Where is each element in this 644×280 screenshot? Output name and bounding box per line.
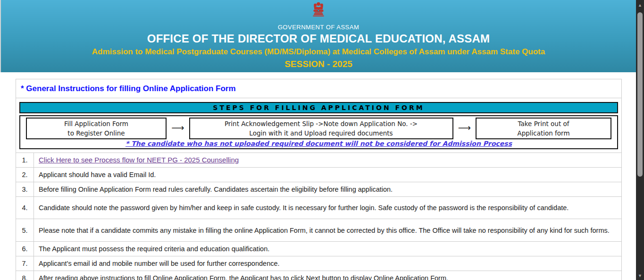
step2-line1: Print Acknowledgement Slip ->Note down A… [192,119,451,128]
scroll-up-arrow-icon[interactable]: ▲ [636,1,644,9]
government-of-assam-label: GOVERNMENT OF ASSAM [1,24,636,31]
scrollbar-thumb[interactable] [637,12,643,177]
instruction-text: After reading above instructions to fill… [34,271,621,280]
instruction-row: 3. Before filling Online Application For… [16,182,621,197]
step2-line2: Login with it and Upload required docume… [192,128,451,138]
site-header-banner: GOVERNMENT OF ASSAM OFFICE OF THE DIRECT… [0,0,636,72]
instruction-row: 5. Please note that if a candidate commi… [16,219,621,242]
step-box-printout: Take Print out of Application form [476,118,611,139]
instructions-table: * General Instructions for filling Onlin… [16,79,622,280]
upload-warning-note: * The candidate who has not uploaded req… [20,140,617,147]
step1-line1: Fill Application Form [29,119,164,128]
step-box-register: Fill Application Form to Register Online [26,118,167,139]
instruction-row: 8. After reading above instructions to f… [16,271,621,280]
scroll-down-arrow-icon[interactable]: ▼ [636,272,644,280]
office-title: OFFICE OF THE DIRECTOR OF MEDICAL EDUCAT… [1,32,636,45]
instruction-row: 1. Click Here to see Process flow for NE… [16,153,621,168]
row-number: 7. [16,256,34,271]
instruction-row: 2. Applicant should have a valid Email I… [16,168,621,182]
flow-arrow-icon: ⟶ [453,122,476,133]
row-number: 2. [16,168,34,182]
row-number: 4. [16,197,34,219]
instruction-text: Before filling Online Application Form r… [34,182,621,196]
instruction-text: Please note that if a candidate commits … [34,219,621,241]
step1-line2: to Register Online [29,128,164,138]
instruction-text: Applicant should have a valid Email Id. [34,168,621,182]
instruction-row: 4. Candidate should note the password gi… [16,197,621,219]
general-instructions-heading: * General Instructions for filling Onlin… [21,84,236,93]
step3-line1: Take Print out of [478,119,609,128]
steps-banner: STEPS FOR FILLING APPLICATION FORM [19,102,618,113]
row-number: 1. [16,153,34,167]
step3-line2: Application form [478,128,609,138]
step-box-acknowledgement: Print Acknowledgement Slip ->Note down A… [189,118,453,139]
steps-diagram-cell: STEPS FOR FILLING APPLICATION FORM Fill … [16,98,621,153]
flow-arrow-icon: ⟶ [167,122,189,133]
vertical-scrollbar[interactable]: ▲ ▼ [636,0,644,280]
steps-flow-box: Fill Application Form to Register Online… [19,115,618,149]
process-flow-link[interactable]: Click Here to see Process flow for NEET … [39,155,239,165]
instruction-text: Candidate should note the password given… [34,197,621,219]
instruction-text: The Applicant must possess the required … [34,242,621,256]
row-number: 8. [16,271,34,280]
row-number: 3. [16,182,34,196]
session-label: SESSION - 2025 [1,59,636,69]
admission-subtitle: Admission to Medical Postgraduate Course… [1,47,636,57]
instruction-row: 7. Applicant's email id and mobile numbe… [16,256,621,271]
row-number: 6. [16,242,34,256]
instruction-text: Applicant's email id and mobile number w… [34,256,621,271]
page: GOVERNMENT OF ASSAM OFFICE OF THE DIRECT… [0,0,644,280]
ashoka-emblem-icon [309,1,328,19]
general-instructions-heading-row: * General Instructions for filling Onlin… [16,79,621,98]
row-number: 5. [16,219,34,241]
instruction-row: 6. The Applicant must possess the requir… [16,242,621,256]
